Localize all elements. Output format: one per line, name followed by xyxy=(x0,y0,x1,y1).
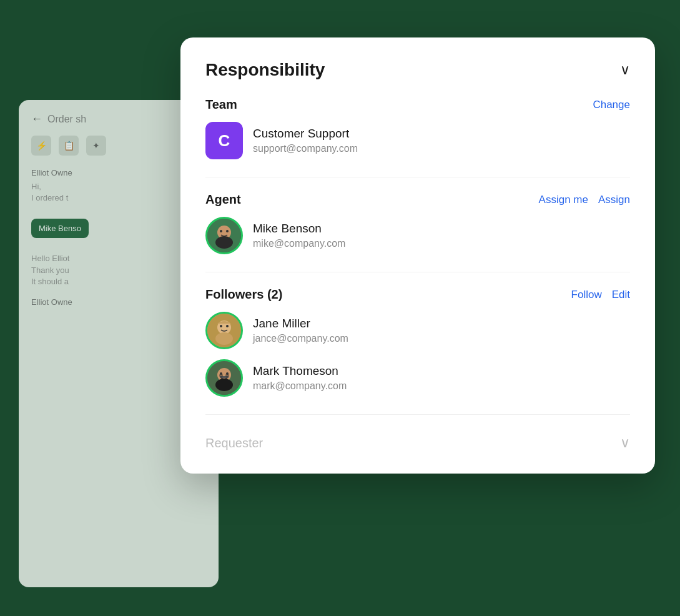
svg-point-3 xyxy=(226,230,229,232)
modal-collapse-chevron[interactable]: ∨ xyxy=(620,62,630,78)
team-person-row: C Customer Support support@company.com xyxy=(205,122,630,159)
responsibility-modal: Responsibility ∨ Team Change C Customer … xyxy=(180,37,655,474)
svg-point-8 xyxy=(226,325,229,327)
back-arrow-icon: ← xyxy=(31,112,42,126)
agent-name: Mike Benson xyxy=(253,222,345,236)
mark-info: Mark Thomeson mark@company.com xyxy=(253,364,347,392)
assign-button[interactable]: Assign xyxy=(598,194,630,206)
requester-chevron[interactable]: ∨ xyxy=(620,435,630,451)
team-actions: Change xyxy=(593,99,630,111)
jane-email: jance@company.com xyxy=(253,333,348,344)
mark-email: mark@company.com xyxy=(253,380,347,392)
jane-info: Jane Miller jance@company.com xyxy=(253,317,348,344)
follower-row-mark: Mark Thomeson mark@company.com xyxy=(205,359,630,397)
agent-actions: Assign me Assign xyxy=(539,194,630,206)
assign-me-button[interactable]: Assign me xyxy=(539,194,588,206)
follower-row-jane: Jane Miller jance@company.com xyxy=(205,312,630,349)
mark-name: Mark Thomeson xyxy=(253,364,347,378)
bg-other-icon: ✦ xyxy=(86,136,106,156)
change-team-button[interactable]: Change xyxy=(593,99,630,111)
followers-label: Followers (2) xyxy=(205,287,282,302)
modal-title: Responsibility xyxy=(205,60,325,80)
mark-avatar xyxy=(205,359,243,397)
jane-avatar xyxy=(205,312,243,349)
team-label: Team xyxy=(205,97,237,112)
svg-point-17 xyxy=(225,374,229,377)
svg-point-4 xyxy=(215,236,233,249)
team-section-header: Team Change xyxy=(205,97,630,112)
team-name: Customer Support xyxy=(253,127,358,141)
svg-point-2 xyxy=(220,230,222,232)
followers-actions: Follow Edit xyxy=(571,289,630,301)
svg-point-7 xyxy=(220,325,222,327)
divider-2 xyxy=(205,272,630,272)
bg-lightning-icon: ⚡ xyxy=(31,136,51,156)
requester-section: Requester ∨ xyxy=(205,430,630,451)
requester-label: Requester xyxy=(205,436,263,450)
divider-3 xyxy=(205,414,630,415)
agent-section: Agent Assign me Assign xyxy=(205,192,630,254)
agent-avatar xyxy=(205,217,243,254)
edit-followers-button[interactable]: Edit xyxy=(612,289,630,301)
agent-info: Mike Benson mike@company.com xyxy=(253,222,345,249)
modal-overlay: Responsibility ∨ Team Change C Customer … xyxy=(144,37,655,579)
followers-section-header: Followers (2) Follow Edit xyxy=(205,287,630,302)
svg-point-16 xyxy=(219,374,223,377)
svg-point-9 xyxy=(215,332,233,345)
agent-section-header: Agent Assign me Assign xyxy=(205,192,630,207)
modal-header: Responsibility ∨ xyxy=(205,60,630,80)
divider-1 xyxy=(205,177,630,177)
agent-label: Agent xyxy=(205,192,241,207)
agent-person-row: Mike Benson mike@company.com xyxy=(205,217,630,254)
bg-app-title: Order sh xyxy=(47,114,86,125)
team-info: Customer Support support@company.com xyxy=(253,127,358,154)
svg-point-15 xyxy=(215,379,233,391)
jane-name: Jane Miller xyxy=(253,317,348,330)
team-avatar: C xyxy=(205,122,243,159)
agent-email: mike@company.com xyxy=(253,238,345,249)
bg-agent-bubble: Mike Benso xyxy=(31,219,89,238)
follow-button[interactable]: Follow xyxy=(571,289,602,301)
bg-note-icon: 📋 xyxy=(59,136,79,156)
followers-section: Followers (2) Follow Edit xyxy=(205,287,630,397)
team-section: Team Change C Customer Support support@c… xyxy=(205,97,630,159)
team-email: support@company.com xyxy=(253,143,358,154)
